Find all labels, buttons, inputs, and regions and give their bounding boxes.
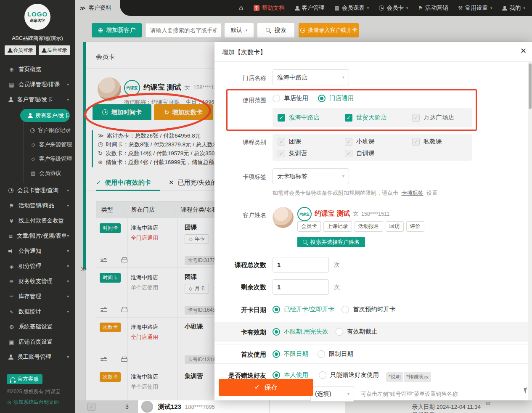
field-label-course-type: 课程类别 (214, 139, 266, 146)
chevron-down-icon: ▾ (67, 82, 69, 87)
sidebar-item-label: 活动营销/商品 (19, 202, 67, 209)
support-button[interactable]: 官方客服 (7, 374, 42, 384)
backend-login-button[interactable]: 后台登录 (39, 45, 70, 55)
radio-label: 限制日期 (329, 350, 353, 358)
radio-gift-only[interactable]: 只能赠送好友使用 (319, 371, 379, 379)
sidebar-item-tracking-records[interactable]: 客户跟踪记录 (24, 123, 75, 138)
field-label-open-date: 开卡日期 (214, 306, 266, 314)
save-button[interactable]: ✓ 保存 (219, 379, 313, 396)
radio-date-limit[interactable]: 限制日期 (318, 350, 353, 358)
sidebar-item-staff-accounts[interactable]: 员工账号管理 ▾ (0, 349, 75, 365)
add-to-desktop-link[interactable]: ⊙ 添加系统后台到桌面 (7, 399, 75, 406)
member-login-button[interactable]: 会员登录 (5, 45, 36, 55)
sidebar-item-finance[interactable]: ≡ 财务收支管理 ▾ (0, 274, 75, 289)
field-label-card-tag: 卡项标签 (214, 173, 266, 181)
checkbox-group-class[interactable]: ✓ 团课 (278, 138, 301, 146)
sidebar-item-member-agreement[interactable]: ▤ 会员协议 (24, 166, 75, 180)
radio-no-expiry[interactable]: 不限期,用完失效 (273, 328, 328, 336)
close-icon[interactable]: ✕ (520, 47, 527, 55)
search-customer-button[interactable]: 搜索并选择客户姓名 (297, 237, 365, 247)
topnav-marketing[interactable]: ⚑ 活动营销 (418, 4, 448, 12)
course-type-band: ✓ 团课 ✓ 小班课 ✓ 私教课 ✓ 集训营 ✓ 自训课 (273, 134, 472, 161)
topnav-my-account[interactable]: 我的 ▾ (502, 4, 525, 12)
modal-scrollbar-thumb[interactable] (529, 64, 532, 109)
remaining-count-input[interactable] (273, 279, 329, 295)
radio-all-stores[interactable]: 门店通用 (318, 94, 354, 102)
plus-circle-icon: ⊕ (98, 27, 103, 34)
customer-list-row[interactable]: ✓ 3 测试123 188****7895 录入日期 2024-12-04 11… (75, 400, 532, 413)
chip-member-card[interactable]: 会员卡 (297, 221, 321, 232)
radio-expiry-date[interactable]: 有效期截止 (336, 328, 378, 336)
topnav-help-docs[interactable]: ? 帮助文档 (254, 4, 285, 12)
radio-self-use[interactable]: 本人使用 (273, 371, 308, 379)
gift-note-chip[interactable]: *说明 (386, 372, 403, 382)
sidebar-item-customer-level[interactable]: ◇ 客户等级管理 (24, 152, 75, 166)
total-count-input[interactable] (273, 257, 329, 273)
sidebar-item-inventory[interactable]: ≡ 库存管理 ▾ (0, 289, 75, 304)
sidebar-item-statistics[interactable]: ∿ 数据统计 ▾ (0, 304, 75, 319)
radio-label: 门店通用 (329, 94, 354, 102)
checkbox-label: 淮海中路店 (289, 114, 320, 122)
chip-follow-up[interactable]: 回访 (386, 221, 404, 232)
batch-entry-label: 批量录入客户或开卡 (308, 26, 357, 34)
unit-label: 次 (334, 261, 340, 269)
radio-single-store[interactable]: 单店使用 (273, 94, 308, 102)
sidebar-item-all-customers[interactable]: 所有客户/发卡 (20, 109, 70, 122)
topnav-common-settings[interactable]: ⚒ 常用设置 ▾ (458, 4, 492, 12)
topnav-member-card[interactable]: 会员卡 ▾ (379, 4, 408, 12)
checkbox-self-training[interactable]: ✓ 自训课 (345, 149, 375, 157)
store-select[interactable]: 淮海中路店 ▾ (273, 69, 349, 85)
radio-icon (273, 95, 280, 102)
chevron-down-icon: ▾ (490, 6, 492, 10)
flag-icon: ⚑ (418, 5, 423, 11)
batch-entry-button[interactable]: 批量录入客户或开卡 (299, 23, 359, 37)
sidebar-item-system-settings[interactable]: ⚙ 系统基础设置 (0, 319, 75, 334)
modal-scrollbar-track[interactable] (528, 62, 532, 400)
checkbox-private-class[interactable]: ✓ 私教课 (412, 138, 442, 146)
checkbox-label: 自训课 (356, 149, 375, 157)
radio-open-on-first-booking[interactable]: 首次预约时开卡 (341, 305, 396, 313)
checkbox-store-huaihai[interactable]: ✓ 淮海中路店 (278, 114, 320, 122)
checkbox-bootcamp[interactable]: ✓ 集训营 (278, 149, 307, 157)
sidebar-item-customer-source[interactable]: ◇ 客户来源管理 (24, 138, 75, 152)
sales-select[interactable]: (选填) ▾ (310, 386, 354, 402)
sidebar-item-announcements[interactable]: 公告通知 ▾ (0, 244, 75, 259)
gift-demo-chip[interactable]: *转赠演示 (404, 372, 431, 382)
sidebar-item-customer-mgmt[interactable]: 客户管理/发卡 ▾ (0, 92, 75, 107)
home-icon[interactable]: ⌂ (239, 5, 243, 11)
sales-select-value: (选填) (315, 390, 331, 398)
sidebar-item-storefront-settings[interactable]: ▣ 店铺首页设置 (0, 334, 75, 349)
chip-review[interactable]: 评价 (406, 221, 424, 232)
globe-icon: ⊕ (8, 67, 15, 72)
radio-no-date-limit[interactable]: 不限日期 (273, 350, 308, 358)
sidebar-item-home-overview[interactable]: ⊕ 首页概览 (0, 62, 75, 77)
card-tag-select[interactable]: 无卡项标签 ▾ (273, 168, 349, 184)
search-input[interactable] (146, 23, 221, 37)
chip-class-records[interactable]: 上课记录 (323, 221, 352, 232)
card-tag-settings-link[interactable]: 卡项标签 (402, 190, 423, 196)
entry-date-cell: 录入日期 2024-12-04 11:34 txt 最后登录 2025- (345, 400, 532, 413)
search-icon (266, 28, 271, 33)
topnav-customer-mgmt[interactable]: 客户管理 (295, 4, 325, 12)
search-button[interactable]: 搜索 (257, 23, 294, 37)
sidebar-item-points-mgmt[interactable]: ◈ 积分管理 ▾ (0, 259, 75, 274)
chevron-down-icon: ▾ (67, 279, 69, 283)
checkbox-store-wanda[interactable]: ✓ 万达广场店 (412, 114, 454, 122)
topnav-member-schedule[interactable]: ▤ 会员课表 ▾ (335, 4, 369, 12)
sidebar-item-marketing[interactable]: ⚑ 活动营销/商品 ▾ (0, 198, 75, 213)
chip-activity-signup[interactable]: 活动报名 (355, 221, 383, 232)
sidebar-item-card-mgmt[interactable]: 会员卡管理/查询 ▾ (0, 183, 75, 198)
add-customer-button[interactable]: ⊕ 增加新客户 (92, 23, 142, 37)
sidebar-item-online-payment[interactable]: ¥ 线上付款资金收益 (0, 213, 75, 228)
row-divider (214, 363, 528, 364)
checkbox-small-class[interactable]: ✓ 小班课 (345, 138, 375, 146)
person-icon (42, 48, 46, 53)
sidebar-item-course-mgmt[interactable]: ▤ 会员课管理/排课 ▾ (0, 77, 75, 92)
sidebar-item-label: 首页概览 (19, 66, 69, 73)
radio-opened-now[interactable]: 已经开卡/立即开卡 (273, 305, 334, 313)
collapsed-list-strip[interactable] (83, 42, 86, 269)
checkbox-icon: ✓ (412, 138, 420, 146)
sidebar-item-content-forms[interactable]: ≡ 文章/照片/视频/表单 ▾ (0, 228, 75, 244)
search-filter-select[interactable]: 默认 ▾ (225, 23, 254, 37)
checkbox-store-shimao[interactable]: ✓ 世贸天阶店 (345, 114, 387, 122)
